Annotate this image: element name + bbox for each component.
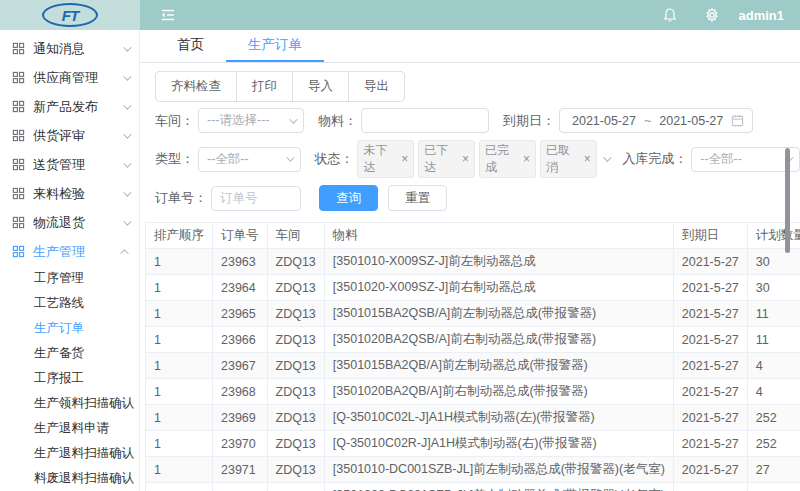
app-window: FT: [0, 0, 800, 491]
chevron-down-icon: [123, 217, 131, 225]
sidebar-subitem[interactable]: 生产订单: [0, 316, 139, 341]
sidebar-item[interactable]: 物流退货: [0, 208, 139, 237]
table-cell: 252: [747, 431, 800, 457]
sidebar-subitem[interactable]: 生产退料扫描确认: [0, 441, 139, 466]
tab-active[interactable]: 生产订单: [226, 30, 324, 62]
material-input-wrap: [361, 108, 489, 133]
sidebar-subitem[interactable]: 生产备货: [0, 341, 139, 366]
sidebar-item[interactable]: 生产管理: [0, 237, 139, 266]
calendar-icon: [731, 114, 744, 127]
status-label: 状态：: [314, 150, 353, 168]
status-tag: 已取消×: [540, 140, 597, 178]
sidebar-subitem[interactable]: 工序报工: [0, 366, 139, 391]
table-cell: ZDQ13: [267, 249, 324, 275]
table-cell: 1: [146, 431, 213, 457]
chevron-down-icon: [123, 188, 131, 196]
table-row[interactable]: 123966ZDQ13[3501020BA2QSB/A]前右制动器总成(带报警器…: [146, 327, 800, 353]
status-tag-label: 已下达: [424, 142, 458, 176]
table-row[interactable]: 123969ZDQ13[Q-35010C02L-J]A1H模式制动器(左)(带报…: [146, 405, 800, 431]
toolbar-button[interactable]: 导入: [292, 71, 349, 102]
sidebar-subitem[interactable]: 工序管理: [0, 266, 139, 291]
table-cell: 30: [747, 249, 800, 275]
sidebar-item[interactable]: 送货管理: [0, 150, 139, 179]
table-row[interactable]: 123972ZDQ13[3501020-DC001SZB-JL]前右制动器总成(…: [146, 483, 800, 491]
search-button[interactable]: 查询: [319, 185, 378, 211]
tab-inactive[interactable]: 首页: [155, 30, 226, 62]
sidebar-subitem[interactable]: 生产退料申请: [0, 416, 139, 441]
sidebar-subitem[interactable]: 工艺路线: [0, 291, 139, 316]
sidebar-collapse-icon[interactable]: [160, 7, 176, 23]
toolbar-button[interactable]: 齐料检查: [155, 71, 237, 102]
table-cell: 252: [747, 405, 800, 431]
vertical-scrollbar[interactable]: [785, 148, 790, 253]
chevron-down-icon: [123, 72, 131, 80]
table-row[interactable]: 123968ZDQ13[3501020BA2QB/A]前右制动器总成(带报警器)…: [146, 379, 800, 405]
column-header: 物料: [324, 223, 673, 249]
table-cell: ZDQ13: [267, 405, 324, 431]
due-date-start[interactable]: 2021-05-27: [568, 114, 640, 128]
table-row[interactable]: 123963ZDQ13[3501010-X009SZ-J]前左制动器总成2021…: [146, 249, 800, 275]
chevron-down-icon: [286, 153, 294, 161]
table-cell: [Q-35010C02R-J]A1H模式制动器(右)(带报警器): [324, 431, 673, 457]
column-header: 到期日: [673, 223, 747, 249]
table-cell: 1: [146, 353, 213, 379]
logged-in-username[interactable]: admin1: [738, 8, 784, 23]
chevron-down-icon: [123, 43, 131, 51]
table-cell: 27: [747, 457, 800, 483]
sidebar-item[interactable]: 来料检验: [0, 179, 139, 208]
table-cell: [3501020-X009SZ-J]前右制动器总成: [324, 275, 673, 301]
column-header: 排产顺序: [146, 223, 213, 249]
tab-bar: 首页生产订单: [140, 30, 800, 63]
tag-close-icon[interactable]: ×: [584, 152, 591, 166]
sidebar-item-label: 供应商管理: [33, 69, 123, 87]
due-date-range-picker[interactable]: 2021-05-27 ~ 2021-05-27: [559, 108, 753, 133]
table-cell: 1: [146, 275, 213, 301]
table-cell: 2021-5-27: [673, 327, 747, 353]
table-cell: 23964: [213, 275, 268, 301]
table-row[interactable]: 123971ZDQ13[3501010-DC001SZB-JL]前左制动器总成(…: [146, 457, 800, 483]
table-header-row: 排产顺序订单号车间物料到期日计划数量完成数量仓库压线铺纱: [146, 223, 800, 249]
status-multiselect[interactable]: 未下达×已下达×已完成×已取消×: [357, 140, 600, 178]
sidebar-item[interactable]: 供货评审: [0, 121, 139, 150]
sidebar-item[interactable]: 供应商管理: [0, 63, 139, 92]
tag-close-icon[interactable]: ×: [523, 152, 530, 166]
due-date-end[interactable]: 2021-05-27: [655, 114, 727, 128]
table-row[interactable]: 123965ZDQ13[3501015BA2QSB/A]前左制动器总成(带报警器…: [146, 301, 800, 327]
sidebar-subitem[interactable]: 生产领料扫描确认: [0, 391, 139, 416]
table-row[interactable]: 123964ZDQ13[3501020-X009SZ-J]前右制动器总成2021…: [146, 275, 800, 301]
material-label: 物料：: [318, 112, 357, 130]
toolbar-button[interactable]: 打印: [236, 71, 293, 102]
reset-button[interactable]: 重置: [388, 185, 447, 211]
inbound-complete-select[interactable]: --全部--: [691, 147, 800, 172]
order-number-input[interactable]: [220, 191, 292, 205]
material-input[interactable]: [370, 114, 480, 128]
tag-close-icon[interactable]: ×: [401, 152, 408, 166]
table-cell: 23965: [213, 301, 268, 327]
chevron-down-icon: [123, 101, 131, 109]
table-cell: ZDQ13: [267, 327, 324, 353]
tag-close-icon[interactable]: ×: [462, 152, 469, 166]
sidebar-item[interactable]: 通知消息: [0, 34, 139, 63]
table-cell: 1: [146, 379, 213, 405]
sidebar-subitem[interactable]: 料废退料扫描确认: [0, 466, 139, 491]
sidebar-item[interactable]: 新产品发布: [0, 92, 139, 121]
column-header: 车间: [267, 223, 324, 249]
menu-grid-icon: [12, 216, 25, 229]
type-select[interactable]: --全部--: [198, 147, 301, 172]
toolbar-button-group: 齐料检查打印导入导出: [155, 71, 405, 102]
table-row[interactable]: 123970ZDQ13[Q-35010C02R-J]A1H模式制动器(右)(带报…: [146, 431, 800, 457]
table-cell: [3501010-DC001SZB-JL]前左制动器总成(带报警器)(老气室): [324, 457, 673, 483]
notifications-bell-icon[interactable]: [662, 7, 678, 23]
table-row[interactable]: 123967ZDQ13[3501015BA2QB/A]前左制动器总成(带报警器)…: [146, 353, 800, 379]
table-cell: [3501020-DC001SZB-JL]前右制动器总成(带报警器)(老气室): [324, 483, 673, 491]
status-tag: 已完成×: [479, 140, 536, 178]
logo-zone: FT: [0, 0, 140, 30]
table-cell: [3501020BA2QSB/A]前右制动器总成(带报警器): [324, 327, 673, 353]
table-cell: [3501010-X009SZ-J]前左制动器总成: [324, 249, 673, 275]
table-cell: 2021-5-27: [673, 379, 747, 405]
toolbar-button[interactable]: 导出: [348, 71, 405, 102]
settings-gear-icon[interactable]: [704, 7, 720, 23]
menu-grid-icon: [12, 245, 25, 258]
table-cell: ZDQ13: [267, 353, 324, 379]
workshop-select[interactable]: ---请选择---: [198, 108, 304, 133]
